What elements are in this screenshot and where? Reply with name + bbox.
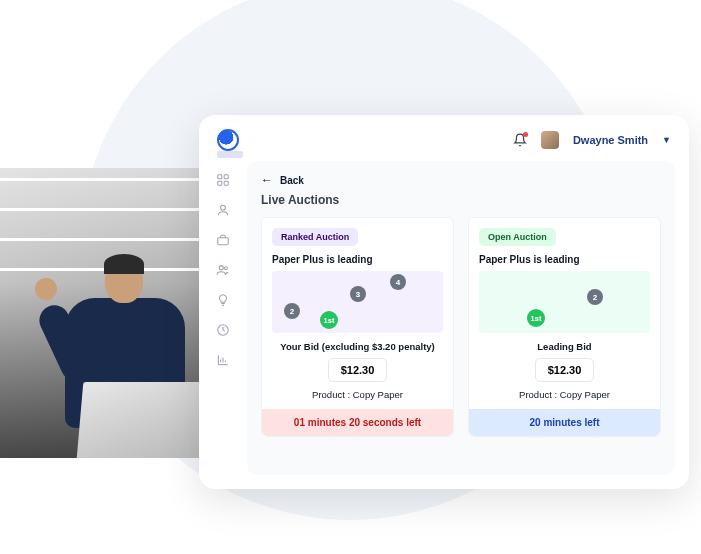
briefcase-icon[interactable] <box>216 233 230 247</box>
auction-card-ranked[interactable]: Ranked Auction Paper Plus is leading 2 3… <box>261 217 454 437</box>
dashboard-icon[interactable] <box>216 173 230 187</box>
svg-rect-5 <box>218 238 229 245</box>
app-header: Dwayne Smith ▼ <box>199 115 689 161</box>
auction-type-badge: Ranked Auction <box>272 228 358 246</box>
leading-text: Paper Plus is leading <box>479 254 650 265</box>
bid-label: Your Bid (excluding $3.20 penalty) <box>272 341 443 352</box>
rank-bubble-first: 1st <box>527 309 545 327</box>
notification-badge <box>523 132 528 137</box>
leading-text: Paper Plus is leading <box>272 254 443 265</box>
svg-rect-3 <box>224 181 228 185</box>
svg-point-6 <box>219 266 223 270</box>
sidebar <box>199 161 247 489</box>
rank-bubble-first: 1st <box>320 311 338 329</box>
user-icon[interactable] <box>216 203 230 217</box>
auction-type-badge: Open Auction <box>479 228 556 246</box>
rank-bubble-3: 3 <box>350 286 366 302</box>
svg-point-7 <box>224 267 227 270</box>
rank-visualization: 2 3 4 1st <box>272 271 443 333</box>
chart-icon[interactable] <box>216 353 230 367</box>
app-window: Dwayne Smith ▼ ← Back Live Auctions Rank… <box>199 115 689 489</box>
auction-card-open[interactable]: Open Auction Paper Plus is leading 2 1st… <box>468 217 661 437</box>
svg-rect-1 <box>224 175 228 179</box>
rank-visualization: 2 1st <box>479 271 650 333</box>
clock-icon[interactable] <box>216 323 230 337</box>
bid-price[interactable]: $12.30 <box>535 358 595 382</box>
time-remaining: 01 minutes 20 seconds left <box>262 409 453 436</box>
bid-label: Leading Bid <box>479 341 650 352</box>
arrow-left-icon: ← <box>261 173 273 187</box>
hero-photo <box>0 168 230 458</box>
product-label: Product : Copy Paper <box>272 389 443 400</box>
svg-point-4 <box>221 205 226 210</box>
rank-bubble-2: 2 <box>587 289 603 305</box>
svg-rect-2 <box>218 181 222 185</box>
idea-icon[interactable] <box>216 293 230 307</box>
logo[interactable] <box>217 129 239 151</box>
avatar[interactable] <box>541 131 559 149</box>
back-button[interactable]: ← Back <box>261 173 661 187</box>
username-label[interactable]: Dwayne Smith <box>573 134 648 146</box>
product-label: Product : Copy Paper <box>479 389 650 400</box>
bid-price[interactable]: $12.30 <box>328 358 388 382</box>
svg-rect-0 <box>218 175 222 179</box>
notifications-icon[interactable] <box>513 133 527 147</box>
chevron-down-icon[interactable]: ▼ <box>662 135 671 145</box>
users-icon[interactable] <box>216 263 230 277</box>
rank-bubble-2: 2 <box>284 303 300 319</box>
rank-bubble-4: 4 <box>390 274 406 290</box>
back-label: Back <box>280 175 304 186</box>
time-remaining: 20 minutes left <box>469 409 660 436</box>
page-title: Live Auctions <box>261 193 661 207</box>
main-panel: ← Back Live Auctions Ranked Auction Pape… <box>247 161 675 475</box>
